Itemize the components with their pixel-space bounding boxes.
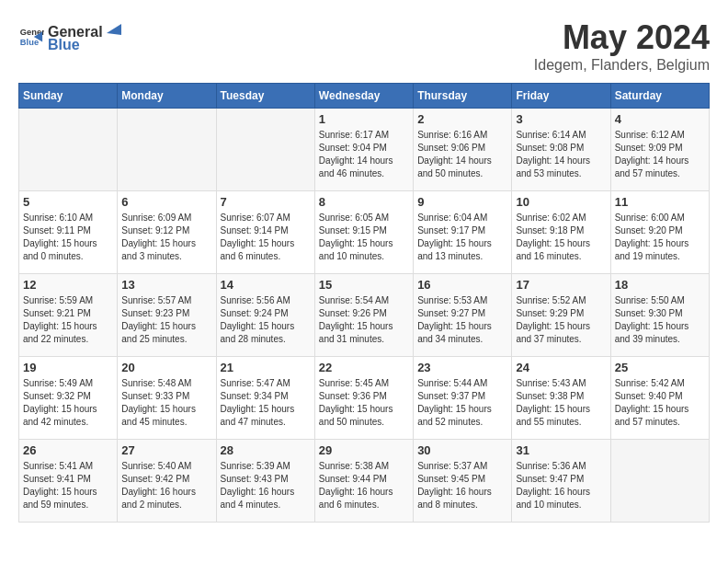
day-number: 1 — [319, 112, 409, 126]
calendar-cell: 22Sunrise: 5:45 AM Sunset: 9:36 PM Dayli… — [314, 357, 413, 440]
day-info: Sunrise: 6:05 AM Sunset: 9:15 PM Dayligh… — [319, 212, 409, 263]
weekday-header-sunday: Sunday — [19, 84, 118, 109]
day-info: Sunrise: 5:48 AM Sunset: 9:33 PM Dayligh… — [121, 377, 211, 429]
calendar-cell: 15Sunrise: 5:54 AM Sunset: 9:26 PM Dayli… — [314, 274, 413, 357]
day-number: 28 — [221, 443, 311, 457]
day-number: 23 — [417, 361, 507, 374]
day-info: Sunrise: 5:40 AM Sunset: 9:42 PM Dayligh… — [121, 460, 211, 511]
day-number: 4 — [615, 112, 705, 126]
day-info: Sunrise: 5:50 AM Sunset: 9:30 PM Dayligh… — [615, 294, 705, 346]
day-number: 12 — [23, 278, 113, 292]
calendar-cell — [216, 109, 314, 191]
day-number: 8 — [319, 195, 409, 209]
calendar-cell: 25Sunrise: 5:42 AM Sunset: 9:40 PM Dayli… — [610, 357, 709, 440]
location-subtitle: Idegem, Flanders, Belgium — [534, 57, 710, 74]
day-info: Sunrise: 5:56 AM Sunset: 9:24 PM Dayligh… — [221, 294, 311, 346]
day-number: 15 — [319, 278, 409, 292]
calendar-cell: 27Sunrise: 5:40 AM Sunset: 9:42 PM Dayli… — [118, 440, 216, 523]
calendar-cell: 14Sunrise: 5:56 AM Sunset: 9:24 PM Dayli… — [216, 274, 314, 357]
day-info: Sunrise: 6:04 AM Sunset: 9:17 PM Dayligh… — [417, 212, 507, 263]
day-info: Sunrise: 5:41 AM Sunset: 9:41 PM Dayligh… — [23, 460, 113, 511]
weekday-header-tuesday: Tuesday — [216, 84, 314, 109]
calendar-cell: 12Sunrise: 5:59 AM Sunset: 9:21 PM Dayli… — [19, 274, 118, 357]
weekday-header-row: SundayMondayTuesdayWednesdayThursdayFrid… — [19, 84, 710, 109]
svg-text:Blue: Blue — [20, 38, 39, 47]
calendar-cell: 26Sunrise: 5:41 AM Sunset: 9:41 PM Dayli… — [19, 440, 118, 523]
svg-marker-2 — [107, 24, 121, 35]
page-header: General Blue General Blue May 2024 Idege… — [18, 18, 710, 74]
day-number: 16 — [417, 278, 507, 292]
day-info: Sunrise: 5:53 AM Sunset: 9:27 PM Dayligh… — [417, 294, 507, 346]
calendar-cell: 13Sunrise: 5:57 AM Sunset: 9:23 PM Dayli… — [118, 274, 216, 357]
calendar-cell: 5Sunrise: 6:10 AM Sunset: 9:11 PM Daylig… — [19, 191, 118, 274]
day-info: Sunrise: 6:02 AM Sunset: 9:18 PM Dayligh… — [516, 212, 606, 263]
calendar-cell: 8Sunrise: 6:05 AM Sunset: 9:15 PM Daylig… — [314, 191, 413, 274]
day-info: Sunrise: 6:00 AM Sunset: 9:20 PM Dayligh… — [615, 212, 705, 263]
calendar-cell: 10Sunrise: 6:02 AM Sunset: 9:18 PM Dayli… — [512, 191, 610, 274]
day-info: Sunrise: 6:07 AM Sunset: 9:14 PM Dayligh… — [221, 212, 311, 263]
calendar-cell: 3Sunrise: 6:14 AM Sunset: 9:08 PM Daylig… — [512, 109, 610, 191]
calendar-cell: 23Sunrise: 5:44 AM Sunset: 9:37 PM Dayli… — [414, 357, 512, 440]
day-number: 3 — [516, 112, 606, 126]
calendar-cell — [610, 440, 709, 523]
day-number: 13 — [121, 278, 211, 292]
day-number: 2 — [417, 112, 507, 126]
day-number: 20 — [121, 361, 211, 374]
day-info: Sunrise: 6:14 AM Sunset: 9:08 PM Dayligh… — [516, 129, 606, 180]
day-info: Sunrise: 5:39 AM Sunset: 9:43 PM Dayligh… — [221, 460, 311, 511]
calendar-cell: 30Sunrise: 5:37 AM Sunset: 9:45 PM Dayli… — [414, 440, 512, 523]
day-info: Sunrise: 5:44 AM Sunset: 9:37 PM Dayligh… — [417, 377, 507, 429]
day-number: 26 — [23, 443, 113, 457]
day-number: 29 — [319, 443, 409, 457]
day-number: 9 — [417, 195, 507, 209]
day-number: 5 — [23, 195, 113, 209]
day-info: Sunrise: 5:57 AM Sunset: 9:23 PM Dayligh… — [121, 294, 211, 346]
day-info: Sunrise: 6:10 AM Sunset: 9:11 PM Dayligh… — [23, 212, 113, 263]
calendar-cell: 16Sunrise: 5:53 AM Sunset: 9:27 PM Dayli… — [414, 274, 512, 357]
day-number: 11 — [615, 195, 705, 209]
day-info: Sunrise: 5:52 AM Sunset: 9:29 PM Dayligh… — [516, 294, 606, 346]
day-number: 17 — [516, 278, 606, 292]
calendar-cell: 31Sunrise: 5:36 AM Sunset: 9:47 PM Dayli… — [512, 440, 610, 523]
day-number: 25 — [615, 361, 705, 374]
calendar-cell: 19Sunrise: 5:49 AM Sunset: 9:32 PM Dayli… — [19, 357, 118, 440]
calendar-cell: 18Sunrise: 5:50 AM Sunset: 9:30 PM Dayli… — [610, 274, 709, 357]
day-info: Sunrise: 5:37 AM Sunset: 9:45 PM Dayligh… — [417, 460, 507, 511]
day-number: 31 — [516, 443, 606, 457]
day-number: 7 — [221, 195, 311, 209]
day-number: 21 — [221, 361, 311, 374]
calendar-cell: 24Sunrise: 5:43 AM Sunset: 9:38 PM Dayli… — [512, 357, 610, 440]
month-year-title: May 2024 — [534, 18, 710, 57]
title-block: May 2024 Idegem, Flanders, Belgium — [534, 18, 710, 74]
day-number: 24 — [516, 361, 606, 374]
calendar-cell — [118, 109, 216, 191]
weekday-header-wednesday: Wednesday — [314, 84, 413, 109]
week-row-1: 1Sunrise: 6:17 AM Sunset: 9:04 PM Daylig… — [19, 109, 710, 191]
day-info: Sunrise: 6:17 AM Sunset: 9:04 PM Dayligh… — [319, 129, 409, 180]
week-row-5: 26Sunrise: 5:41 AM Sunset: 9:41 PM Dayli… — [19, 440, 710, 523]
day-info: Sunrise: 5:59 AM Sunset: 9:21 PM Dayligh… — [23, 294, 113, 346]
logo: General Blue General Blue — [18, 18, 121, 53]
day-number: 30 — [417, 443, 507, 457]
day-number: 19 — [23, 361, 113, 374]
calendar-cell: 6Sunrise: 6:09 AM Sunset: 9:12 PM Daylig… — [118, 191, 216, 274]
calendar-cell: 9Sunrise: 6:04 AM Sunset: 9:17 PM Daylig… — [414, 191, 512, 274]
weekday-header-friday: Friday — [512, 84, 610, 109]
day-number: 14 — [221, 278, 311, 292]
calendar-cell: 2Sunrise: 6:16 AM Sunset: 9:06 PM Daylig… — [414, 109, 512, 191]
calendar-cell: 28Sunrise: 5:39 AM Sunset: 9:43 PM Dayli… — [216, 440, 314, 523]
calendar-cell: 7Sunrise: 6:07 AM Sunset: 9:14 PM Daylig… — [216, 191, 314, 274]
day-number: 10 — [516, 195, 606, 209]
calendar-cell: 11Sunrise: 6:00 AM Sunset: 9:20 PM Dayli… — [610, 191, 709, 274]
day-info: Sunrise: 6:12 AM Sunset: 9:09 PM Dayligh… — [615, 129, 705, 180]
calendar-table: SundayMondayTuesdayWednesdayThursdayFrid… — [18, 83, 710, 523]
day-info: Sunrise: 5:43 AM Sunset: 9:38 PM Dayligh… — [516, 377, 606, 429]
day-info: Sunrise: 5:49 AM Sunset: 9:32 PM Dayligh… — [23, 377, 113, 429]
day-number: 18 — [615, 278, 705, 292]
week-row-3: 12Sunrise: 5:59 AM Sunset: 9:21 PM Dayli… — [19, 274, 710, 357]
logo-triangle-icon — [103, 18, 121, 37]
day-info: Sunrise: 5:47 AM Sunset: 9:34 PM Dayligh… — [221, 377, 311, 429]
calendar-cell: 20Sunrise: 5:48 AM Sunset: 9:33 PM Dayli… — [118, 357, 216, 440]
week-row-2: 5Sunrise: 6:10 AM Sunset: 9:11 PM Daylig… — [19, 191, 710, 274]
calendar-cell: 21Sunrise: 5:47 AM Sunset: 9:34 PM Dayli… — [216, 357, 314, 440]
